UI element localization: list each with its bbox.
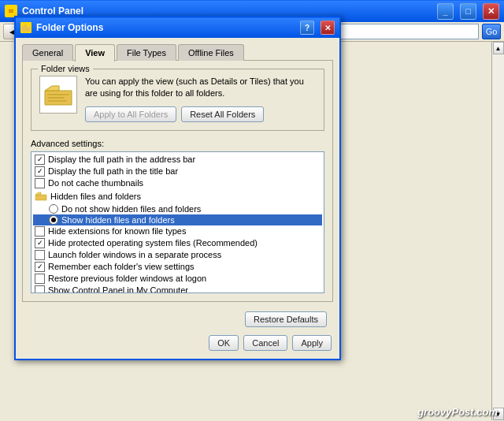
dialog-footer-buttons: OK Cancel Apply bbox=[209, 335, 332, 351]
dialog-title: Folder Options bbox=[36, 22, 294, 33]
setting-label: Restore previous folder windows at logon bbox=[48, 274, 206, 283]
folder-views-buttons: Apply to All Folders Reset All Folders bbox=[85, 106, 316, 122]
setting-launch-separate[interactable]: Launch folder windows in a separate proc… bbox=[33, 249, 322, 261]
setting-hidden-folder-group: Hidden files and folders bbox=[33, 189, 322, 203]
setting-show-hidden[interactable]: Show hidden files and folders bbox=[33, 214, 322, 225]
watermark: groovyPost.com bbox=[417, 406, 498, 418]
folder-icon-box bbox=[39, 76, 77, 114]
setting-no-cache-thumbnails[interactable]: Do not cache thumbnails bbox=[33, 177, 322, 189]
svg-rect-0 bbox=[7, 7, 15, 15]
advanced-settings-label: Advanced settings: bbox=[31, 139, 324, 148]
setting-label: Remember each folder's view settings bbox=[48, 262, 195, 271]
minimize-button[interactable]: _ bbox=[437, 3, 454, 20]
svg-rect-1 bbox=[9, 9, 13, 11]
apply-button[interactable]: Apply bbox=[292, 335, 332, 351]
checkbox-hide-extensions[interactable] bbox=[35, 226, 45, 237]
setting-label: Show hidden files and folders bbox=[61, 215, 175, 225]
setting-label: Hide protected operating system files (R… bbox=[48, 238, 258, 248]
setting-label: Hide extensions for known file types bbox=[48, 226, 186, 236]
dialog-close-button[interactable]: ✕ bbox=[321, 20, 335, 35]
dialog-icon bbox=[20, 22, 32, 33]
setting-no-show-hidden[interactable]: Do not show hidden files and folders bbox=[33, 203, 322, 214]
close-button[interactable]: ✕ bbox=[483, 3, 499, 20]
checkbox-remember-views[interactable] bbox=[35, 262, 45, 272]
setting-full-path-title[interactable]: Display the full path in the title bar bbox=[33, 166, 322, 177]
tab-general[interactable]: General bbox=[22, 44, 73, 61]
cp-title: Control Panel bbox=[22, 6, 431, 17]
checkbox-full-path-address[interactable] bbox=[35, 155, 45, 165]
apply-all-folders-button[interactable]: Apply to All Folders bbox=[85, 106, 176, 122]
checkbox-show-cp[interactable] bbox=[35, 285, 45, 293]
svg-rect-65 bbox=[47, 94, 69, 95]
settings-list[interactable]: Display the full path in the address bar… bbox=[31, 151, 324, 293]
checkbox-hide-protected[interactable] bbox=[35, 238, 45, 248]
setting-label: Hidden files and folders bbox=[50, 192, 141, 201]
svg-rect-67 bbox=[47, 100, 67, 102]
dialog-tabs: General View File Types Offline Files bbox=[22, 44, 333, 61]
checkbox-launch-separate[interactable] bbox=[35, 250, 45, 260]
go-button[interactable]: Go bbox=[482, 24, 501, 39]
folder-views-group: Folder views You can apply the view (suc… bbox=[31, 69, 324, 131]
checkbox-restore-windows[interactable] bbox=[35, 274, 45, 284]
svg-rect-2 bbox=[9, 12, 13, 13]
setting-label: Show Control Panel in My Computer bbox=[48, 285, 188, 293]
ok-button[interactable]: OK bbox=[209, 335, 239, 351]
cp-scrollbar[interactable]: ▲ ▼ bbox=[491, 42, 504, 420]
setting-label: Display the full path in the address bar bbox=[48, 155, 195, 164]
tab-view-content: Folder views You can apply the view (suc… bbox=[22, 60, 333, 302]
checkbox-full-path-title[interactable] bbox=[35, 166, 45, 177]
setting-label: Do not show hidden files and folders bbox=[61, 204, 201, 214]
folder-views-label: Folder views bbox=[38, 64, 93, 73]
folder-options-dialog: Folder Options ? ✕ General View File Typ… bbox=[14, 16, 341, 360]
maximize-button[interactable]: □ bbox=[460, 3, 476, 20]
dialog-body: General View File Types Offline Files Fo… bbox=[16, 38, 339, 308]
dialog-footer: OK Cancel Apply bbox=[16, 329, 339, 359]
setting-full-path-address[interactable]: Display the full path in the address bar bbox=[33, 154, 322, 166]
tab-offline-files[interactable]: Offline Files bbox=[178, 44, 244, 61]
setting-hide-extensions[interactable]: Hide extensions for known file types bbox=[33, 225, 322, 237]
cancel-button[interactable]: Cancel bbox=[243, 335, 287, 351]
folder-views-text: You can apply the view (such as Details … bbox=[85, 76, 316, 122]
tab-view[interactable]: View bbox=[75, 44, 115, 61]
folder-views-content: You can apply the view (such as Details … bbox=[39, 76, 316, 122]
svg-rect-64 bbox=[22, 27, 30, 32]
setting-label: Launch folder windows in a separate proc… bbox=[48, 250, 221, 259]
setting-show-control-panel[interactable]: Show Control Panel in My Computer bbox=[33, 285, 322, 293]
setting-restore-windows[interactable]: Restore previous folder windows at logon bbox=[33, 273, 322, 285]
reset-all-folders-button[interactable]: Reset All Folders bbox=[181, 106, 264, 122]
svg-rect-66 bbox=[47, 97, 65, 99]
radio-no-show-hidden[interactable] bbox=[49, 204, 58, 214]
radio-show-hidden[interactable] bbox=[49, 215, 58, 225]
checkbox-no-cache[interactable] bbox=[35, 178, 45, 188]
dialog-help-button[interactable]: ? bbox=[300, 20, 314, 35]
folder-views-description: You can apply the view (such as Details … bbox=[85, 76, 316, 100]
setting-remember-views[interactable]: Remember each folder's view settings bbox=[33, 261, 322, 273]
tab-file-types[interactable]: File Types bbox=[117, 44, 176, 61]
restore-defaults-button[interactable]: Restore Defaults bbox=[245, 311, 327, 327]
setting-hide-protected[interactable]: Hide protected operating system files (R… bbox=[33, 237, 322, 249]
folder-icon bbox=[35, 190, 47, 203]
setting-label: Do not cache thumbnails bbox=[48, 178, 143, 188]
dialog-titlebar: Folder Options ? ✕ bbox=[16, 17, 339, 38]
setting-label: Display the full path in the title bar bbox=[48, 166, 178, 176]
restore-defaults-area: Restore Defaults bbox=[16, 308, 339, 329]
